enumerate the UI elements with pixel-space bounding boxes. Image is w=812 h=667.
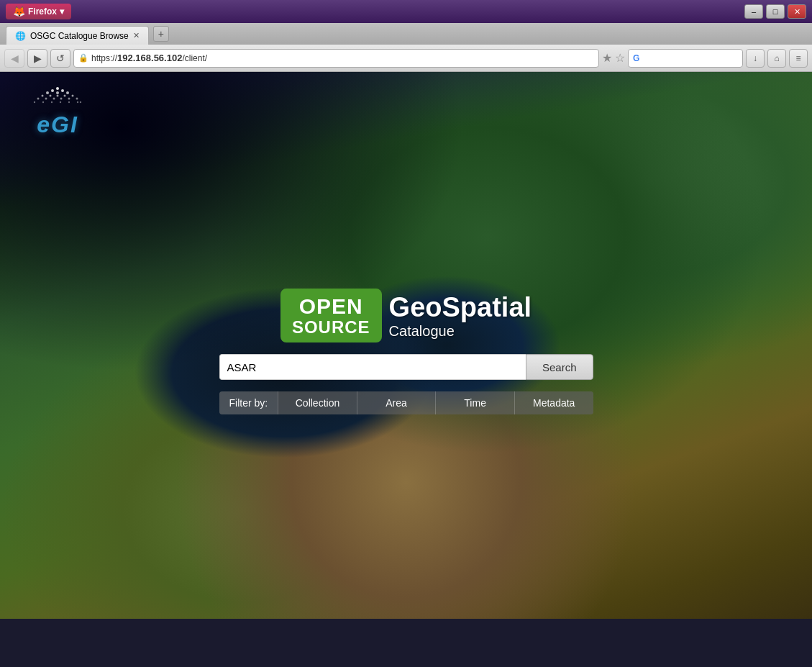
dropdown-arrow-icon: ▾ (60, 6, 64, 17)
browser-search-bar[interactable]: G 🔍 (628, 49, 743, 68)
active-tab[interactable]: 🌐 OSGC Catalogue Browse ✕ (6, 26, 149, 45)
source-text: SOURCE (292, 318, 370, 337)
svg-point-19 (51, 101, 53, 103)
back-button[interactable]: ◀ (4, 49, 24, 68)
svg-point-20 (60, 101, 61, 103)
egi-text: eGI (37, 112, 78, 138)
refresh-button[interactable]: ↺ (50, 49, 70, 68)
firefox-icon: 🦊 (13, 6, 25, 17)
svg-point-17 (34, 101, 35, 103)
browser-window: 🦊 Firefox ▾ – □ ✕ 🌐 OSGC Catalogue Brows… (0, 0, 812, 619)
svg-point-16 (76, 98, 78, 100)
search-button[interactable]: Search (526, 354, 593, 380)
filter-metadata-button[interactable]: Metadata (514, 391, 593, 414)
bookmark-empty-button[interactable]: ☆ (615, 51, 625, 65)
lock-icon: 🔒 (78, 53, 88, 63)
geo-title: GeoSpatial Catalogue (389, 292, 532, 340)
svg-point-11 (37, 98, 40, 100)
svg-point-0 (56, 87, 59, 90)
search-input[interactable] (219, 354, 526, 380)
home-button[interactable]: ⌂ (767, 49, 786, 68)
svg-point-6 (42, 95, 44, 97)
filter-bar: Filter by: Collection Area Time Metadata (219, 391, 593, 414)
svg-point-13 (53, 98, 55, 100)
search-widget: OPEN SOURCE GeoSpatial Catalogue Search … (219, 289, 593, 414)
open-text: OPEN (299, 294, 363, 318)
filter-by-label: Filter by: (219, 391, 278, 414)
open-source-badge: OPEN SOURCE (280, 289, 382, 342)
url-path: /client/ (182, 53, 207, 63)
firefox-menu-button[interactable]: 🦊 Firefox ▾ (6, 4, 71, 19)
tab-favicon: 🌐 (15, 31, 26, 41)
minimize-button[interactable]: – (744, 4, 763, 19)
svg-point-22 (77, 101, 78, 103)
app-logo: OPEN SOURCE GeoSpatial Catalogue (280, 289, 532, 342)
svg-point-21 (68, 101, 70, 103)
maximize-button[interactable]: □ (766, 4, 785, 19)
tab-title: OSGC Catalogue Browse (30, 31, 129, 41)
firefox-label: Firefox (28, 6, 57, 17)
tab-close-button[interactable]: ✕ (133, 31, 140, 40)
catalogue-label: Catalogue (389, 323, 532, 340)
svg-point-18 (42, 101, 44, 103)
filter-collection-button[interactable]: Collection (278, 391, 357, 414)
search-row: Search (219, 354, 593, 380)
svg-point-15 (68, 98, 70, 100)
bookmark-star-button[interactable]: ★ (602, 51, 612, 65)
address-bar[interactable]: 🔒 https:// 192.168.56.102 /client/ (73, 49, 599, 68)
filter-time-button[interactable]: Time (435, 391, 514, 414)
svg-point-8 (57, 95, 59, 97)
download-button[interactable]: ↓ (746, 49, 765, 68)
svg-point-3 (46, 91, 49, 94)
geospatial-label: GeoSpatial (389, 292, 532, 323)
browser-search-input[interactable] (642, 53, 750, 63)
forward-button[interactable]: ▶ (27, 49, 47, 68)
nav-right-controls: ★ ☆ (602, 51, 625, 65)
main-content: eGI OPEN SOURCE GeoSpatial Catalogue Sea… (0, 72, 812, 619)
close-button[interactable]: ✕ (788, 4, 806, 19)
filter-area-button[interactable]: Area (357, 391, 436, 414)
svg-point-4 (56, 91, 59, 94)
svg-point-23 (80, 101, 81, 103)
svg-point-2 (61, 89, 64, 92)
svg-point-10 (72, 95, 74, 97)
google-icon: G (633, 53, 639, 63)
tab-bar: 🌐 OSGC Catalogue Browse ✕ + (0, 23, 812, 45)
url-host: 192.168.56.102 (117, 53, 182, 63)
nav-bar: ◀ ▶ ↺ 🔒 https:// 192.168.56.102 /client/… (0, 45, 812, 72)
svg-point-14 (60, 98, 63, 100)
svg-point-12 (45, 98, 47, 100)
svg-point-5 (66, 91, 69, 94)
svg-point-7 (50, 95, 52, 97)
svg-point-9 (64, 95, 66, 97)
browser-menu-button[interactable]: ≡ (789, 49, 808, 68)
egi-dots-graphic (29, 86, 86, 112)
window-controls: – □ ✕ (744, 4, 806, 19)
egi-logo: eGI (14, 86, 101, 144)
title-bar: 🦊 Firefox ▾ – □ ✕ (0, 0, 812, 23)
new-tab-button[interactable]: + (153, 26, 169, 42)
url-protocol: https:// (91, 53, 117, 63)
svg-point-1 (51, 89, 54, 92)
